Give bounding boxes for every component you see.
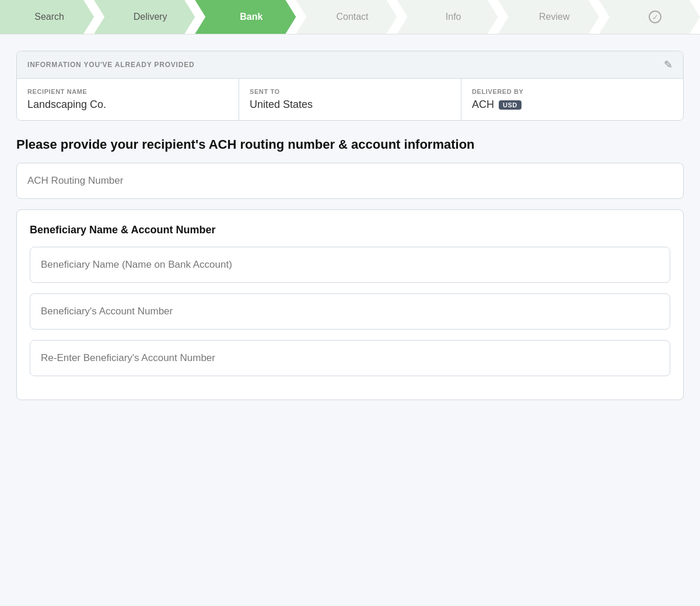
step-label-search: Search — [34, 12, 64, 22]
usd-badge: USD — [499, 100, 522, 110]
step-label-contact: Contact — [336, 12, 368, 22]
step-label-info: Info — [446, 12, 461, 22]
info-cell-value-0: Landscaping Co. — [27, 99, 106, 111]
beneficiary-field-0[interactable] — [30, 247, 670, 283]
info-cell-1: SENT TO United States — [239, 79, 461, 120]
info-card-header-text: INFORMATION YOU'VE ALREADY PROVIDED — [27, 61, 194, 69]
step-contact[interactable]: Contact — [296, 0, 397, 34]
beneficiary-card: Beneficiary Name & Account Number — [16, 209, 684, 400]
step-bank: Bank — [195, 0, 296, 34]
info-cell-value-container-1: United States — [250, 99, 450, 111]
info-cell-0: RECIPIENT NAME Landscaping Co. — [17, 79, 239, 120]
beneficiary-field-2[interactable] — [30, 340, 670, 376]
section-heading: Please provide your recipient's ACH rout… — [16, 137, 684, 152]
beneficiary-card-title: Beneficiary Name & Account Number — [30, 224, 670, 236]
edit-icon[interactable]: ✎ — [664, 58, 673, 71]
beneficiary-fields — [30, 247, 670, 387]
info-card-header: INFORMATION YOU'VE ALREADY PROVIDED ✎ — [17, 51, 683, 79]
page-content: INFORMATION YOU'VE ALREADY PROVIDED ✎ RE… — [0, 34, 700, 427]
step-search[interactable]: Search — [0, 0, 94, 34]
info-card-body: RECIPIENT NAME Landscaping Co. SENT TO U… — [17, 79, 683, 120]
info-cell-label-2: DELIVERED BY — [472, 88, 673, 95]
step-label-bank: Bank — [240, 12, 262, 22]
info-cell-value-container-0: Landscaping Co. — [27, 99, 228, 111]
stepper: SearchDeliveryBankContactInfoReview✓ — [0, 0, 700, 34]
ach-routing-number-input[interactable] — [16, 163, 684, 199]
step-review[interactable]: Review — [498, 0, 599, 34]
step-done[interactable]: ✓ — [599, 0, 700, 34]
info-cell-value-1: United States — [250, 99, 313, 111]
info-cell-label-1: SENT TO — [250, 88, 450, 95]
info-cell-2: DELIVERED BY ACHUSD — [461, 79, 683, 120]
beneficiary-field-1[interactable] — [30, 293, 670, 330]
info-card: INFORMATION YOU'VE ALREADY PROVIDED ✎ RE… — [16, 51, 684, 121]
step-info[interactable]: Info — [397, 0, 498, 34]
step-label-delivery: Delivery — [134, 12, 167, 22]
step-done-check: ✓ — [649, 10, 662, 23]
info-cell-value-2: ACH — [472, 99, 494, 111]
step-label-review: Review — [539, 12, 569, 22]
info-cell-value-container-2: ACHUSD — [472, 99, 673, 111]
step-delivery[interactable]: Delivery — [94, 0, 195, 34]
info-cell-label-0: RECIPIENT NAME — [27, 88, 228, 95]
